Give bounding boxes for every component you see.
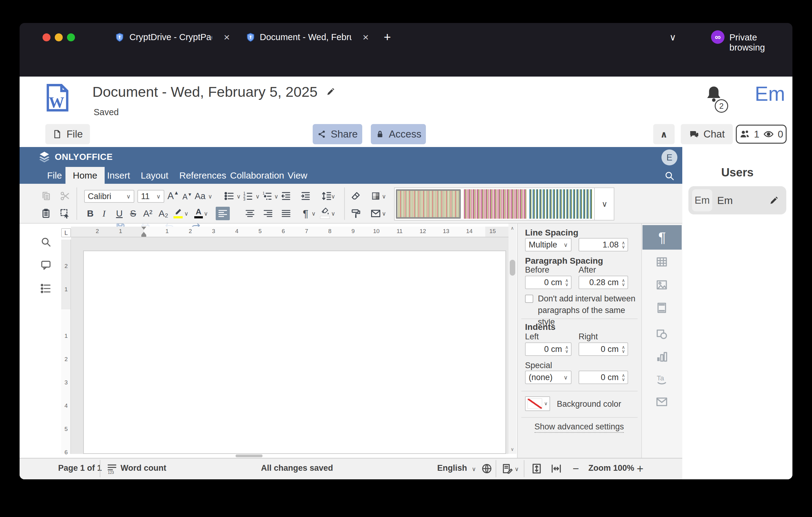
close-tab-icon[interactable]: ×	[218, 31, 235, 43]
special-amount-spinner[interactable]: 0 cm ∧∨	[579, 371, 628, 384]
user-list-item[interactable]: Em Em	[688, 186, 786, 214]
nonprinting-chars-button[interactable]: ¶	[299, 207, 312, 220]
paragraph-settings-tab-active[interactable]: ¶	[642, 225, 682, 250]
left-indent-marker[interactable]	[141, 235, 146, 237]
word-count-icon[interactable]: 123	[105, 462, 119, 475]
superscript-button[interactable]: A²	[141, 207, 154, 220]
align-right-button[interactable]	[261, 207, 275, 220]
spacing-before-spinner[interactable]: 0 cm ∧∨	[525, 276, 572, 289]
vertical-scrollbar-thumb[interactable]	[510, 260, 515, 276]
vertical-scrollbar[interactable]: ∧ ∨	[509, 224, 517, 454]
zoom-level-label[interactable]: Zoom 100%	[588, 463, 634, 473]
tab-cryptdrive[interactable]: CryptDrive - CryptPad.fr ×	[107, 27, 235, 48]
decrease-font-icon[interactable]: A▼	[180, 190, 194, 203]
chevron-down-icon[interactable]: ∨	[382, 211, 386, 217]
bullet-list-icon[interactable]	[223, 189, 236, 203]
menu-tab[interactable]: File	[40, 167, 69, 184]
copy-icon[interactable]	[39, 189, 53, 203]
select-all-icon[interactable]	[58, 207, 71, 220]
chevron-down-icon[interactable]: ∨	[236, 194, 241, 199]
indent-right-spinner[interactable]: 0 cm ∧∨	[579, 343, 628, 356]
shape-settings-tab[interactable]	[655, 327, 668, 341]
indent-left-spinner[interactable]: 0 cm ∧∨	[525, 343, 572, 356]
document-title[interactable]: Document - Wed, February 5, 2025	[92, 83, 318, 100]
numbered-list-icon[interactable]: 123	[241, 189, 255, 203]
menu-tab[interactable]: View	[280, 167, 315, 184]
chat-button[interactable]: Chat	[681, 124, 733, 144]
file-menu-button[interactable]: File	[45, 124, 90, 144]
chevron-down-icon[interactable]: ∨	[274, 194, 279, 199]
macos-close-button[interactable]	[42, 33, 51, 42]
copy-style-shading-icon[interactable]	[369, 189, 382, 203]
image-settings-tab[interactable]	[655, 278, 668, 292]
increase-indent-icon[interactable]	[299, 189, 312, 203]
styles-gallery-expand-chevron[interactable]: ∨	[594, 188, 614, 220]
spacing-after-spinner[interactable]: 0.28 cm ∧∨	[579, 276, 628, 289]
chevron-down-icon[interactable]: ∨	[256, 194, 260, 199]
font-name-select[interactable]: Calibri∨	[84, 190, 134, 203]
find-icon[interactable]	[39, 235, 53, 249]
interval-checkbox[interactable]	[525, 295, 533, 303]
subscript-button[interactable]: A₂	[157, 207, 170, 220]
horizontal-scrollbar-thumb[interactable]	[236, 455, 262, 457]
chevron-down-icon[interactable]: ∨	[472, 466, 476, 472]
spellcheck-globe-icon[interactable]	[480, 462, 493, 475]
share-button[interactable]: Share	[313, 124, 362, 144]
paragraph-shading-icon[interactable]	[318, 206, 332, 220]
chevron-down-icon[interactable]: ∨	[204, 211, 208, 217]
font-color-button[interactable]: A	[192, 206, 205, 220]
style-thumbnail[interactable]	[463, 189, 527, 219]
decrease-indent-icon[interactable]	[279, 189, 293, 203]
header-footer-settings-tab[interactable]	[655, 301, 668, 315]
highlight-color-button[interactable]	[171, 206, 185, 220]
edit-name-pencil-icon[interactable]	[768, 194, 780, 207]
access-button[interactable]: Access	[371, 124, 426, 144]
rename-pencil-icon[interactable]	[325, 86, 337, 98]
collaborator-avatar[interactable]: E	[662, 149, 677, 165]
menu-tab[interactable]: Home	[65, 167, 105, 184]
close-tab-icon[interactable]: ×	[357, 31, 374, 43]
text-art-settings-tab[interactable]: Ta	[655, 373, 668, 386]
fit-page-icon[interactable]	[530, 462, 543, 475]
document-page[interactable]	[83, 250, 506, 454]
hanging-indent-marker[interactable]	[141, 232, 146, 235]
cut-icon[interactable]	[58, 189, 71, 203]
scroll-up-icon[interactable]: ∧	[511, 225, 514, 231]
mail-merge-settings-tab[interactable]	[655, 395, 668, 409]
chart-settings-tab[interactable]	[655, 350, 668, 363]
style-thumbnail[interactable]	[529, 189, 593, 219]
change-case-icon[interactable]: Aa	[193, 189, 207, 203]
align-center-button[interactable]	[243, 207, 257, 220]
paste-icon[interactable]	[39, 207, 53, 220]
page-number-indicator[interactable]: Page 1 of 1	[58, 463, 102, 473]
bold-button[interactable]: B	[84, 207, 97, 220]
chevron-down-icon[interactable]: ∨	[331, 211, 335, 217]
mail-merge-icon[interactable]	[369, 207, 382, 220]
special-indent-select[interactable]: (none)∨	[525, 371, 572, 384]
collapse-toolbar-button[interactable]: ∧	[653, 124, 675, 144]
new-tab-button[interactable]: +	[380, 28, 395, 46]
language-selector[interactable]: English	[437, 463, 467, 473]
first-line-indent-marker[interactable]	[141, 227, 146, 230]
strikethrough-button[interactable]: S	[126, 207, 140, 220]
multilevel-list-icon[interactable]: 1	[261, 189, 274, 203]
tab-document-active[interactable]: Document - Wed, February 5, 20 ×	[239, 27, 374, 48]
account-avatar[interactable]: Em	[732, 82, 785, 105]
macos-zoom-button[interactable]	[67, 33, 75, 42]
list-tabs-chevron-icon[interactable]: ∨	[665, 29, 680, 45]
font-size-select[interactable]: 11∨	[137, 190, 164, 203]
line-spacing-select[interactable]: Multiple∨	[525, 238, 572, 251]
navigation-headings-icon[interactable]	[39, 282, 53, 295]
chevron-down-icon[interactable]: ∨	[208, 194, 212, 199]
zoom-out-button[interactable]: −	[570, 462, 582, 475]
zoom-in-button[interactable]: +	[634, 462, 646, 475]
increase-font-icon[interactable]: A▲	[167, 189, 180, 203]
line-spacing-multiple-spinner[interactable]: 1.08 ∧∨	[579, 238, 628, 251]
justify-button[interactable]	[279, 207, 293, 220]
table-settings-tab[interactable]	[655, 255, 668, 269]
chevron-down-icon[interactable]: ∨	[515, 466, 519, 472]
background-color-picker[interactable]: ∨	[525, 396, 550, 411]
chevron-down-icon[interactable]: ∨	[184, 211, 188, 217]
fit-width-icon[interactable]	[550, 462, 563, 475]
underline-button[interactable]: U	[113, 207, 126, 220]
